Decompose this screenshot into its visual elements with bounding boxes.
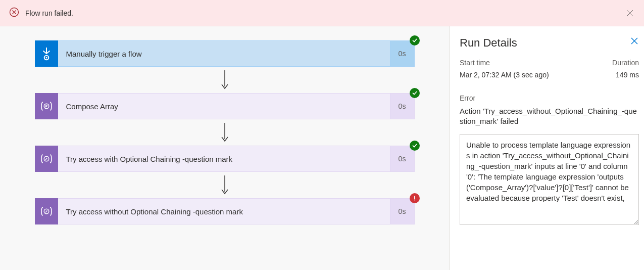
flow-step-without-optional-chaining[interactable]: Try access without Optional Chaining -qu… (35, 198, 415, 224)
banner-message: Flow run failed. (25, 9, 73, 17)
flow-arrow (220, 172, 229, 198)
run-details-panel: Run Details Start time Duration Mar 2, 0… (449, 26, 644, 270)
step-label: Try access with Optional Chaining -quest… (58, 146, 390, 172)
status-success-icon (410, 35, 420, 46)
error-title: Action 'Try_access_without_Optional_Chai… (460, 106, 639, 127)
duration-value: 149 ms (616, 71, 639, 79)
svg-point-6 (45, 57, 47, 59)
status-success-icon (410, 141, 420, 151)
error-details-box[interactable]: Unable to process template language expr… (460, 134, 639, 225)
compose-icon (35, 146, 58, 172)
duration-label: Duration (612, 59, 639, 67)
start-time-value: Mar 2, 07:32 AM (3 sec ago) (460, 71, 549, 79)
status-error-icon (410, 193, 420, 203)
svg-point-14 (414, 199, 415, 200)
close-icon (626, 10, 633, 17)
flow-arrow (220, 67, 229, 93)
step-label: Manually trigger a flow (58, 40, 390, 67)
trigger-icon (35, 40, 58, 67)
close-icon (630, 36, 639, 46)
flow-arrow (220, 119, 229, 146)
error-banner: Flow run failed. (0, 0, 644, 26)
compose-icon (35, 93, 58, 119)
error-circle-icon (9, 7, 19, 19)
flow-step-with-optional-chaining[interactable]: Try access with Optional Chaining -quest… (35, 146, 415, 172)
content-area: Manually trigger a flow 0s Compose Array… (0, 26, 644, 270)
panel-title: Run Details (460, 36, 517, 50)
step-duration: 0s (390, 40, 415, 67)
step-label: Compose Array (58, 93, 390, 119)
error-section-label: Error (460, 94, 639, 102)
flow-canvas: Manually trigger a flow 0s Compose Array… (0, 26, 449, 270)
banner-close-button[interactable] (624, 7, 636, 19)
step-duration: 0s (390, 93, 415, 119)
flow-step-compose-array[interactable]: Compose Array 0s (35, 93, 415, 119)
step-duration: 0s (390, 198, 415, 224)
start-time-label: Start time (460, 59, 490, 67)
status-success-icon (410, 88, 420, 98)
panel-close-button[interactable] (630, 36, 639, 48)
step-label: Try access without Optional Chaining -qu… (58, 198, 390, 224)
flow-step-trigger[interactable]: Manually trigger a flow 0s (35, 40, 415, 67)
compose-icon (35, 198, 58, 224)
step-duration: 0s (390, 146, 415, 172)
